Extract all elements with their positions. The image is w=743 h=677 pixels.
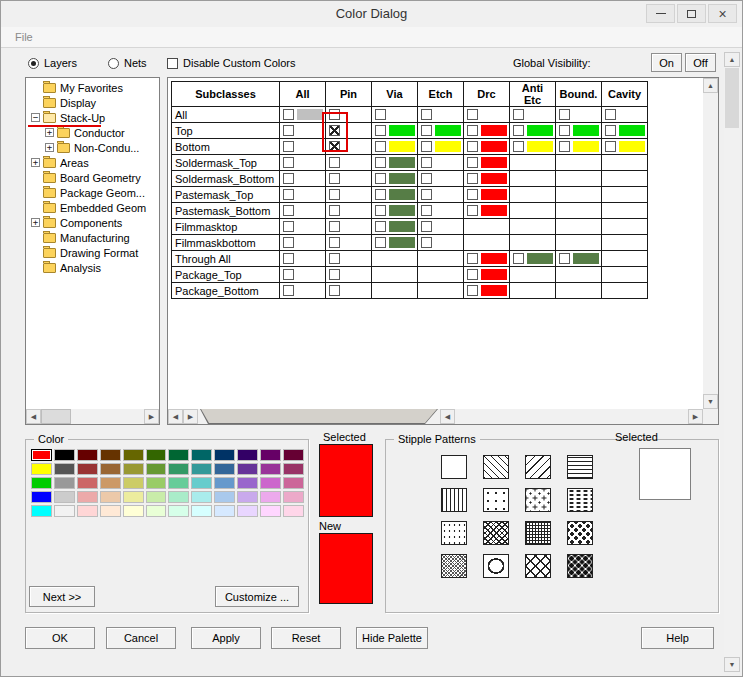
palette-swatch[interactable]: [214, 505, 235, 517]
stipple-swatch-diamond-hatch[interactable]: [483, 521, 509, 545]
scroll-left-icon[interactable]: ◀: [440, 409, 455, 424]
global-visibility-on-button[interactable]: On: [651, 53, 682, 72]
palette-swatch[interactable]: [54, 505, 75, 517]
visibility-checkbox[interactable]: [605, 109, 616, 120]
film-tab[interactable]: [200, 409, 438, 424]
palette-swatch[interactable]: [237, 477, 258, 489]
color-swatch[interactable]: [297, 109, 323, 120]
palette-swatch[interactable]: [146, 477, 167, 489]
color-swatch[interactable]: [481, 157, 507, 168]
grid-cell[interactable]: [418, 283, 464, 299]
palette-swatch[interactable]: [260, 477, 281, 489]
grid-cell[interactable]: [372, 155, 418, 171]
grid-cell[interactable]: [372, 251, 418, 267]
tree-item-analysis[interactable]: Analysis: [28, 260, 157, 275]
palette-swatch[interactable]: [283, 505, 304, 517]
scroll-left-icon[interactable]: ◀: [26, 409, 41, 424]
palette-swatch[interactable]: [283, 449, 304, 461]
grid-cell[interactable]: [510, 155, 556, 171]
palette-swatch[interactable]: [100, 463, 121, 475]
visibility-checkbox[interactable]: [375, 157, 386, 168]
grid-cell[interactable]: [326, 251, 372, 267]
visibility-checkbox[interactable]: [375, 189, 386, 200]
color-swatch[interactable]: [389, 221, 415, 232]
color-swatch[interactable]: [573, 141, 599, 152]
palette-swatch[interactable]: [214, 463, 235, 475]
tree-item-my-favorites[interactable]: My Favorites: [28, 80, 157, 95]
scroll-up-icon[interactable]: ▲: [724, 52, 740, 67]
color-swatch[interactable]: [389, 189, 415, 200]
visibility-checkbox[interactable]: [421, 125, 432, 136]
visibility-checkbox[interactable]: [605, 125, 616, 136]
scrollbar-track[interactable]: [71, 409, 144, 424]
subclass-name[interactable]: Package_Bottom: [172, 283, 280, 299]
scroll-right-icon[interactable]: ▶: [688, 409, 703, 424]
grid-cell[interactable]: [280, 139, 326, 155]
visibility-checkbox[interactable]: [329, 125, 340, 136]
visibility-checkbox[interactable]: [375, 237, 386, 248]
apply-button[interactable]: Apply: [191, 627, 261, 649]
visibility-checkbox[interactable]: [283, 285, 294, 296]
visibility-checkbox[interactable]: [467, 109, 478, 120]
palette-swatch[interactable]: [123, 463, 144, 475]
grid-cell[interactable]: [556, 107, 602, 123]
grid-cell[interactable]: [556, 235, 602, 251]
grid-cell[interactable]: [418, 219, 464, 235]
color-swatch[interactable]: [619, 141, 645, 152]
color-swatch[interactable]: [481, 125, 507, 136]
visibility-checkbox[interactable]: [467, 189, 478, 200]
scroll-right-icon[interactable]: ▶: [144, 409, 159, 424]
palette-swatch[interactable]: [146, 463, 167, 475]
visibility-checkbox[interactable]: [559, 125, 570, 136]
grid-cell[interactable]: [556, 187, 602, 203]
grid-cell[interactable]: [602, 107, 648, 123]
grid-cell[interactable]: [510, 235, 556, 251]
grid-cell[interactable]: [280, 283, 326, 299]
grid-cell[interactable]: [464, 123, 510, 139]
grid-vertical-scrollbar[interactable]: ▲ ▼: [703, 78, 718, 409]
grid-cell[interactable]: [556, 123, 602, 139]
visibility-checkbox[interactable]: [329, 189, 340, 200]
grid-cell[interactable]: [372, 219, 418, 235]
color-swatch[interactable]: [619, 125, 645, 136]
tree-item-components[interactable]: +Components: [28, 215, 157, 230]
scroll-down-icon[interactable]: ▼: [724, 657, 740, 672]
grid-cell[interactable]: [372, 235, 418, 251]
grid-cell[interactable]: [326, 283, 372, 299]
visibility-checkbox[interactable]: [559, 109, 570, 120]
palette-swatch[interactable]: [237, 463, 258, 475]
grid-cell[interactable]: [372, 203, 418, 219]
grid-cell[interactable]: [602, 219, 648, 235]
grid-cell[interactable]: [280, 187, 326, 203]
visibility-checkbox[interactable]: [329, 285, 340, 296]
grid-cell[interactable]: [602, 283, 648, 299]
palette-swatch[interactable]: [214, 477, 235, 489]
stipple-swatch-v-lines[interactable]: [441, 488, 467, 512]
close-button[interactable]: ×: [708, 4, 737, 23]
minus-expander-icon[interactable]: −: [31, 113, 40, 122]
grid-cell[interactable]: [510, 251, 556, 267]
palette-swatch[interactable]: [237, 491, 258, 503]
grid-cell[interactable]: [326, 155, 372, 171]
visibility-checkbox[interactable]: [375, 221, 386, 232]
tree-item-drawing-format[interactable]: Drawing Format: [28, 245, 157, 260]
grid-cell[interactable]: [280, 155, 326, 171]
color-swatch[interactable]: [389, 125, 415, 136]
visibility-checkbox[interactable]: [283, 173, 294, 184]
grid-cell[interactable]: [556, 219, 602, 235]
scroll-up-icon[interactable]: ▲: [703, 78, 718, 93]
visibility-checkbox[interactable]: [375, 173, 386, 184]
grid-cell[interactable]: [372, 139, 418, 155]
grid-cell[interactable]: [510, 187, 556, 203]
grid-cell[interactable]: [602, 155, 648, 171]
tree-item-display[interactable]: Display: [28, 95, 157, 110]
visibility-checkbox[interactable]: [467, 285, 478, 296]
grid-cell[interactable]: [464, 251, 510, 267]
palette-swatch[interactable]: [214, 449, 235, 461]
grid-cell[interactable]: [418, 139, 464, 155]
grid-cell[interactable]: [602, 203, 648, 219]
grid-cell[interactable]: [556, 251, 602, 267]
grid-cell[interactable]: [602, 251, 648, 267]
visibility-checkbox[interactable]: [513, 125, 524, 136]
palette-swatch[interactable]: [260, 505, 281, 517]
